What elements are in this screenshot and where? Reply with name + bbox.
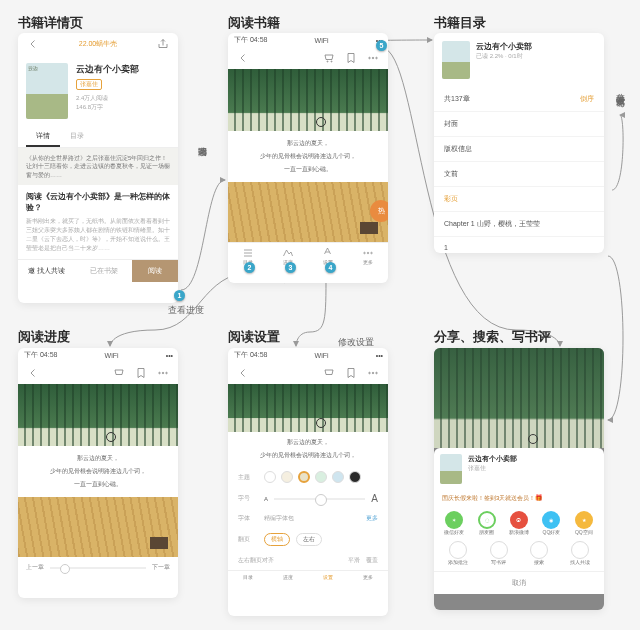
svg-point-4 bbox=[367, 252, 369, 254]
detail-bottombar: 邀 找人共读 已在书架 阅读 bbox=[18, 259, 178, 282]
swatch[interactable] bbox=[315, 471, 327, 483]
btn-invite[interactable]: 邀 找人共读 bbox=[18, 260, 75, 282]
back-icon[interactable] bbox=[26, 366, 40, 380]
toc-item[interactable]: 版权信息 bbox=[434, 137, 604, 162]
action-note[interactable]: 添加批注 bbox=[440, 541, 477, 565]
share-icon[interactable] bbox=[156, 37, 170, 51]
action-review[interactable]: 写书评 bbox=[481, 541, 518, 565]
swatch[interactable] bbox=[332, 471, 344, 483]
toc-item[interactable]: 封面 bbox=[434, 112, 604, 137]
swatch[interactable] bbox=[281, 471, 293, 483]
tool-progress[interactable]: 进度 bbox=[268, 571, 308, 583]
toc-item[interactable]: 文前 bbox=[434, 162, 604, 187]
sort-toggle[interactable]: 倒序 bbox=[580, 94, 594, 104]
title-share: 分享、搜索、写书评 bbox=[434, 328, 551, 346]
tool-settings[interactable]: 设置 bbox=[308, 571, 348, 583]
more-icon[interactable] bbox=[366, 51, 380, 65]
marker-3: 3 bbox=[285, 262, 296, 273]
flip-horizontal[interactable]: 横轴 bbox=[264, 533, 290, 546]
title-reading: 阅读书籍 bbox=[228, 14, 280, 32]
swatch[interactable] bbox=[349, 471, 361, 483]
tool-more[interactable]: 更多 bbox=[348, 571, 388, 583]
cart-icon[interactable] bbox=[322, 366, 336, 380]
book-title: 云边有个小卖部 bbox=[76, 63, 170, 76]
share-qq[interactable]: ◉QQ好友 bbox=[537, 511, 565, 535]
panel-book-detail: 22.00蜗牛壳 云边 云边有个小卖部 张嘉佳 2.4万人阅读 146.8万字 … bbox=[18, 33, 178, 303]
detail-tabs: 详情 目录 bbox=[18, 127, 178, 148]
tab-detail[interactable]: 详情 bbox=[26, 127, 60, 147]
swatch[interactable] bbox=[264, 471, 276, 483]
more-icon[interactable] bbox=[156, 366, 170, 380]
book-cover[interactable]: 云边 bbox=[26, 63, 68, 119]
share-wechat[interactable]: ✶微信好友 bbox=[440, 511, 468, 535]
book-cover-small[interactable] bbox=[442, 41, 470, 79]
cancel-button[interactable]: 取消 bbox=[434, 571, 604, 594]
stat-words: 146.8万字 bbox=[76, 103, 170, 112]
toc-title: 云边有个小卖部 bbox=[476, 41, 532, 52]
cart-icon[interactable] bbox=[112, 366, 126, 380]
flip-lr[interactable]: 左右 bbox=[296, 533, 322, 546]
badge-hot[interactable]: 热 bbox=[370, 200, 388, 222]
author-chip[interactable]: 张嘉佳 bbox=[76, 79, 102, 90]
link-more-fonts[interactable]: 更多 bbox=[366, 514, 378, 523]
panel-toc: 云边有个小卖部 已读 2.2% · 0/1时 共137章倒序 封面 版权信息 文… bbox=[434, 33, 604, 253]
stat-reads: 2.4万人阅读 bbox=[76, 94, 170, 103]
back-icon[interactable] bbox=[236, 366, 250, 380]
svg-point-0 bbox=[369, 57, 371, 59]
panel-settings: 下午 04:58WiFi 那云边的夏天，少年的见骨根会说明路连边几个词， 主题 … bbox=[228, 348, 388, 616]
action-search[interactable]: 搜索 bbox=[521, 541, 558, 565]
illustration-field bbox=[18, 497, 178, 557]
toc-list: 共137章倒序 封面 版权信息 文前 彩页 Chapter 1 山野，樱桃，王莹… bbox=[434, 87, 604, 253]
prev-chapter[interactable]: 上一章 bbox=[26, 563, 44, 572]
back-icon[interactable] bbox=[26, 37, 40, 51]
toc-item[interactable]: 1 bbox=[434, 237, 604, 253]
reader-text[interactable]: 那云边的夏天，少年的见骨根会说明路连边几个词，一直一直到心磁。 bbox=[228, 131, 388, 182]
svg-point-2 bbox=[376, 57, 378, 59]
share-weibo[interactable]: ⦿新浪微博 bbox=[505, 511, 533, 535]
next-chapter[interactable]: 下一章 bbox=[152, 563, 170, 572]
progress-bar-row: 上一章 下一章 bbox=[18, 557, 178, 578]
bookmark-icon[interactable] bbox=[134, 366, 148, 380]
svg-point-8 bbox=[166, 372, 168, 374]
title-settings: 阅读设置 bbox=[228, 328, 280, 346]
promo-banner[interactable]: 国庆长假来啦！签到3天就送会员！🎁 bbox=[434, 490, 604, 507]
label-fontsize: 字号 bbox=[238, 494, 258, 503]
action-coread[interactable]: 找人共读 bbox=[562, 541, 599, 565]
cart-icon[interactable] bbox=[322, 51, 336, 65]
svg-point-3 bbox=[364, 252, 366, 254]
more-icon[interactable] bbox=[366, 366, 380, 380]
tool-contents[interactable]: 目录 bbox=[228, 571, 268, 583]
marker-1: 1 bbox=[174, 290, 185, 301]
tool-more[interactable]: 更多 bbox=[348, 243, 388, 268]
panel-progress: 下午 04:58WiFi 那云边的夏天，少年的见骨根会说明路连边几个词，一直一直… bbox=[18, 348, 178, 598]
swatch-selected[interactable] bbox=[298, 471, 310, 483]
align-cover[interactable]: 覆盖 bbox=[366, 556, 378, 565]
back-icon[interactable] bbox=[236, 51, 250, 65]
bookmark-icon[interactable] bbox=[344, 51, 358, 65]
tab-contents[interactable]: 目录 bbox=[60, 127, 94, 147]
toc-item-current[interactable]: 彩页 bbox=[434, 187, 604, 212]
font-family-value[interactable]: 精编字体包 bbox=[264, 514, 294, 523]
fontsize-slider[interactable] bbox=[274, 498, 365, 500]
svg-point-10 bbox=[372, 372, 374, 374]
marker-4: 4 bbox=[325, 262, 336, 273]
illustration-forest bbox=[228, 69, 388, 131]
progress-slider[interactable] bbox=[50, 567, 146, 569]
svg-point-5 bbox=[371, 252, 373, 254]
share-moments[interactable]: ◌朋友圈 bbox=[472, 511, 500, 535]
label-align: 左右翻页对齐 bbox=[238, 556, 274, 565]
svg-point-7 bbox=[162, 372, 164, 374]
toc-item[interactable]: Chapter 1 山野，樱桃，王莹莹 bbox=[434, 212, 604, 237]
review-question: 阅读《云边有个小卖部》是一种怎样的体验？ bbox=[26, 191, 170, 213]
align-smooth[interactable]: 平滑 bbox=[348, 556, 360, 565]
btn-on-shelf[interactable]: 已在书架 bbox=[75, 260, 132, 282]
share-qzone[interactable]: ★QQ空间 bbox=[570, 511, 598, 535]
book-blurb: 《从你的全世界路过》之后张嘉佳沉淀5年回归之作！让刘十三陪着你，走进云边镇的春夏… bbox=[18, 148, 178, 185]
font-small-icon[interactable]: A bbox=[264, 496, 268, 502]
font-big-icon[interactable]: A bbox=[371, 493, 378, 504]
bookmark-icon[interactable] bbox=[344, 366, 358, 380]
svg-point-6 bbox=[159, 372, 161, 374]
chapter-count: 共137章 bbox=[444, 94, 470, 104]
label-flip: 翻页 bbox=[238, 535, 258, 544]
btn-read[interactable]: 阅读 bbox=[132, 260, 178, 282]
